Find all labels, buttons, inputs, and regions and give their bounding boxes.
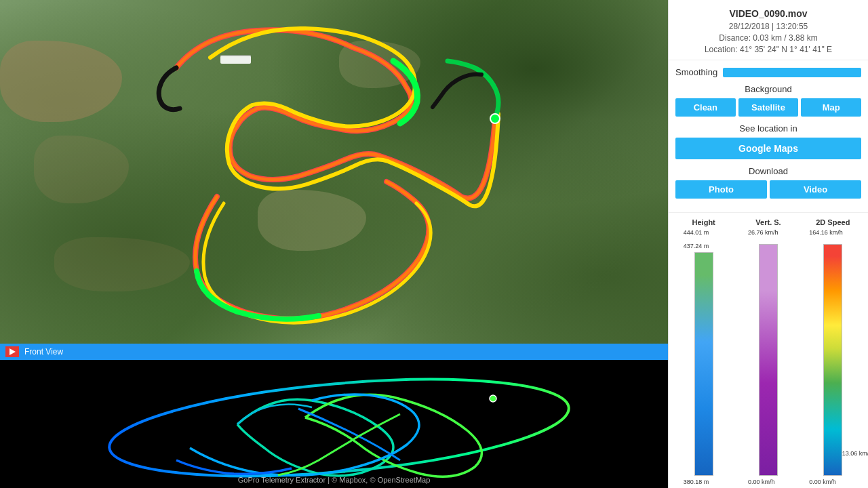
smoothing-slider[interactable]: [723, 68, 861, 77]
height-mid-val: 437.24 m: [684, 243, 724, 249]
google-maps-button[interactable]: Google Maps: [675, 138, 861, 159]
speed-2d-chart: 2D Speed 164.16 km/h 13.06 km/h 0.00 km/…: [802, 218, 864, 485]
map-area[interactable]: [0, 0, 668, 344]
background-buttons: Clean Satellite Map: [675, 98, 861, 117]
right-panel: VIDEO_0090.mov 28/12/2018 | 13:20:55 Dis…: [668, 0, 868, 488]
vert-max-val: 26.76 km/h: [748, 229, 789, 236]
front-view-svg: [0, 360, 668, 488]
satellite-button[interactable]: Satellite: [738, 98, 799, 117]
controls-section: Smoothing Background Clean Satellite Map…: [669, 60, 868, 212]
photo-button[interactable]: Photo: [675, 180, 767, 199]
svg-point-0: [490, 114, 500, 123]
clean-button[interactable]: Clean: [675, 98, 736, 117]
height-bar: [694, 252, 713, 476]
smoothing-row: Smoothing: [675, 67, 861, 77]
height-min-val: 380.18 m: [684, 479, 724, 485]
charts-section: Height 444.01 m 437.24 m 380.18 m Vert. …: [669, 212, 868, 488]
map-background: [0, 0, 668, 344]
svg-point-4: [490, 395, 496, 402]
track-overlay: [0, 0, 668, 344]
height-chart-title: Height: [692, 218, 715, 226]
height-max-val: 444.01 m: [684, 229, 724, 236]
location: Location: 41° 35' 24" N 1° 41' 41" E: [675, 45, 861, 54]
play-icon: [9, 348, 16, 355]
gopro-watermark: GoPro Telemetry Extractor | © Mapbox, © …: [238, 476, 431, 484]
left-panel: Front View: [0, 0, 668, 488]
play-button[interactable]: [5, 346, 19, 357]
vert-min-val: 0.00 km/h: [748, 479, 789, 485]
speed-min-val: 0.00 km/h: [809, 479, 856, 485]
download-buttons: Photo Video: [675, 180, 861, 199]
vert-speed-chart-title: Vert. S.: [755, 218, 781, 226]
smoothing-label: Smoothing: [675, 67, 717, 77]
info-section: VIDEO_0090.mov 28/12/2018 | 13:20:55 Dis…: [669, 0, 868, 60]
height-chart: Height 444.01 m 437.24 m 380.18 m: [673, 218, 734, 485]
charts-container: Height 444.01 m 437.24 m 380.18 m Vert. …: [673, 218, 864, 485]
speed-2d-bar: 13.06 km/h: [823, 244, 842, 476]
svg-rect-1: [220, 56, 251, 64]
background-label: Background: [675, 84, 861, 94]
video-controls-bar: Front View: [0, 344, 668, 360]
speed-mid-val: 13.06 km/h: [842, 450, 868, 457]
speed-2d-chart-title: 2D Speed: [816, 218, 850, 226]
filename: VIDEO_0090.mov: [675, 8, 861, 19]
front-view-label: Front View: [24, 347, 63, 357]
map-button[interactable]: Map: [801, 98, 861, 117]
vert-speed-chart: Vert. S. 26.76 km/h 0.00 km/h: [737, 218, 799, 485]
front-view-area: GoPro Telemetry Extractor | © Mapbox, © …: [0, 360, 668, 488]
see-location-label: See location in: [675, 123, 861, 134]
video-button[interactable]: Video: [770, 180, 861, 199]
datetime: 28/12/2018 | 13:20:55: [675, 22, 861, 31]
vert-speed-bar: [759, 244, 778, 476]
distance: Disance: 0.03 km / 3.88 km: [675, 33, 861, 43]
download-label: Download: [675, 166, 861, 176]
speed-max-val: 164.16 km/h: [809, 229, 856, 236]
